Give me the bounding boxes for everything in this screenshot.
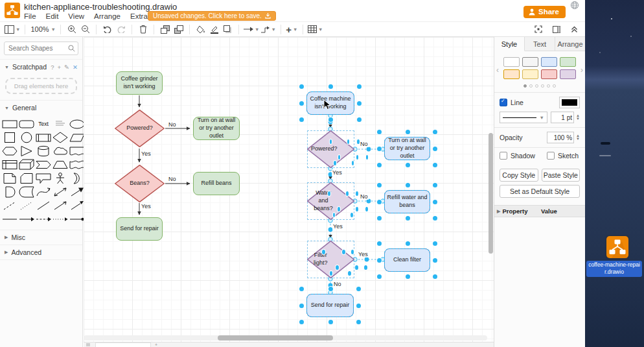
page-dot[interactable] [541, 84, 544, 88]
insert-button[interactable]: +▼ [286, 23, 298, 36]
style-preset-purple[interactable] [560, 69, 576, 79]
opacity-input[interactable]: 100 % [547, 132, 574, 143]
flow-node-action[interactable]: Refill beans [193, 172, 240, 195]
page-tab[interactable] [95, 342, 151, 347]
connection-arrow-button[interactable]: ▼ [244, 23, 259, 36]
pages-menu-button[interactable] [86, 343, 90, 346]
unsaved-changes-button[interactable]: Unsaved changes. Click here to save. [148, 11, 276, 21]
selection-handle[interactable] [377, 130, 382, 134]
line-width-stepper[interactable]: ▲▼ [576, 114, 580, 121]
page-dot[interactable] [523, 84, 527, 88]
selection-handle[interactable] [377, 147, 382, 151]
selection-handle[interactable] [322, 250, 325, 254]
menu-arrange[interactable]: Arrange [94, 12, 121, 20]
shape-dotted-horizontal-arrow[interactable] [52, 213, 69, 226]
selection-handle[interactable] [328, 191, 330, 196]
menu-view[interactable]: View [68, 12, 84, 20]
delete-button[interactable] [137, 23, 149, 36]
presets-prev-icon[interactable]: ‹ [496, 66, 499, 75]
search-shapes-input[interactable] [4, 42, 78, 55]
scratchpad-edit-icon[interactable]: ✎ [64, 64, 69, 71]
selection-handle[interactable] [406, 216, 410, 221]
line-width-input[interactable]: 1 pt [551, 112, 574, 123]
fullscreen-button[interactable] [532, 23, 544, 36]
edge-label[interactable]: No [333, 281, 342, 287]
selection-handle[interactable] [351, 250, 354, 254]
shape-line-arrow[interactable] [52, 199, 69, 212]
shape-dashed-horizontal-arrow[interactable] [35, 213, 52, 226]
selection-handle[interactable] [365, 207, 368, 211]
selection-handle[interactable] [433, 241, 437, 246]
menu-file[interactable]: File [24, 12, 36, 20]
selection-handle[interactable] [433, 163, 437, 167]
paste-style-button[interactable]: Paste Style [542, 169, 581, 182]
shape-internal-storage[interactable] [1, 158, 18, 171]
style-preset-blue[interactable] [541, 57, 557, 67]
scratchpad-add-icon[interactable]: + [58, 64, 62, 71]
selection-handle[interactable] [299, 304, 304, 308]
selection-handle[interactable] [342, 250, 345, 254]
selection-handle[interactable] [299, 84, 304, 89]
page-dot[interactable] [553, 84, 556, 88]
selection-handle[interactable] [377, 183, 382, 187]
misc-section-header[interactable]: ▶ Misc [0, 230, 82, 245]
shape-text[interactable]: Text [35, 117, 52, 130]
flow-node-decision[interactable]: Powered? [115, 110, 165, 147]
shape-circle[interactable] [18, 131, 35, 144]
flow-node-action-selected[interactable]: Refill water and beans [384, 190, 430, 213]
selection-handle[interactable] [364, 265, 367, 270]
fill-color-button[interactable] [194, 23, 207, 36]
shape-data-storage[interactable] [18, 185, 35, 198]
selection-handle[interactable] [299, 287, 304, 291]
zoom-level-dropdown[interactable]: 100%▼ [30, 23, 56, 36]
edge-label[interactable]: Yes [141, 150, 152, 157]
shape-hexagon[interactable] [1, 145, 18, 158]
advanced-section-header[interactable]: ▶ Advanced [0, 245, 82, 260]
selection-handle[interactable] [357, 84, 362, 89]
selection-handle[interactable] [348, 271, 351, 276]
selection-handle[interactable] [433, 130, 437, 134]
selection-handle[interactable] [433, 216, 437, 221]
share-button[interactable]: Share [523, 6, 566, 18]
to-back-button[interactable] [172, 23, 185, 36]
opacity-stepper[interactable]: ▲▼ [576, 134, 580, 141]
shape-rounded-rectangle[interactable] [18, 117, 35, 130]
selection-handle[interactable] [356, 304, 361, 308]
shape-bidirectional-arrow[interactable] [52, 185, 69, 198]
shape-card[interactable] [18, 172, 35, 185]
page-dot[interactable] [529, 84, 533, 88]
waypoint-style-button[interactable]: ▼ [260, 23, 275, 36]
page-dot[interactable] [535, 84, 538, 88]
selection-handle[interactable] [330, 139, 332, 144]
selection-handle[interactable] [328, 84, 333, 89]
selection-handle[interactable] [328, 320, 333, 324]
redo-button[interactable] [115, 23, 127, 36]
scratchpad-help-icon[interactable]: ? [51, 64, 54, 71]
selection-handle[interactable] [406, 274, 410, 279]
selection-handle[interactable] [433, 147, 437, 151]
shape-triangle[interactable] [18, 145, 35, 158]
selection-handle[interactable] [355, 265, 358, 270]
selection-handle[interactable] [352, 161, 354, 165]
presets-next-icon[interactable]: › [581, 66, 583, 75]
format-panel-toggle-button[interactable] [550, 23, 562, 36]
scratchpad-close-icon[interactable]: ✕ [73, 64, 78, 71]
diagram-canvas[interactable]: Coffee grinder isn't working Powered? Tu… [84, 37, 494, 347]
edge-label[interactable]: Yes [332, 169, 343, 176]
shape-callout[interactable] [35, 172, 52, 185]
selection-handle[interactable] [406, 163, 410, 167]
edge-label[interactable]: Yes [332, 223, 343, 230]
copy-style-button[interactable]: Copy Style [500, 169, 538, 182]
shape-textbox[interactable] [52, 117, 69, 130]
selection-handle[interactable] [356, 287, 361, 291]
flow-node-start[interactable]: Coffee grinder isn't working [116, 71, 163, 95]
selection-handle[interactable] [433, 183, 437, 187]
flow-node-decision-selected[interactable]: Water and beans? [307, 182, 354, 220]
edge-label[interactable]: Yes [141, 203, 152, 209]
vertical-scrollbar[interactable] [489, 133, 493, 254]
tab-text[interactable]: Text [525, 37, 555, 51]
tab-arrange[interactable]: Arrange [555, 37, 585, 51]
selection-handle[interactable] [328, 287, 333, 291]
zoom-out-button[interactable] [79, 23, 91, 36]
shape-diamond[interactable] [52, 131, 69, 144]
